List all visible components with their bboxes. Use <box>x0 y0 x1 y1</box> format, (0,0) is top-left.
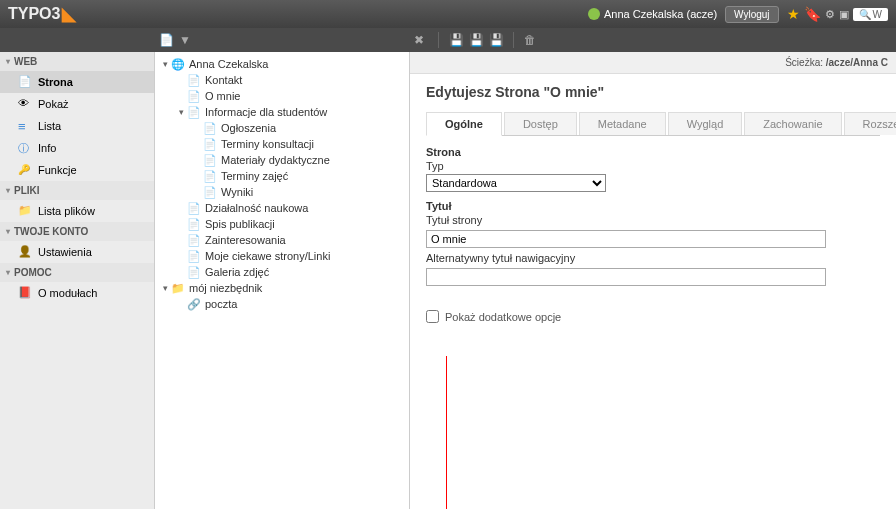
page-icon: 📄 <box>203 137 217 151</box>
shortcut-icon[interactable]: ▣ <box>839 8 849 21</box>
content-area: Ścieżka: /acze/Anna C Edytujesz Strona "… <box>410 52 896 509</box>
tab-dostęp[interactable]: Dostęp <box>504 112 577 135</box>
page-icon: 📄 <box>187 265 201 279</box>
filter-icon[interactable]: ▼ <box>179 33 193 47</box>
sidebar-item-label: Lista <box>38 120 61 132</box>
tree-toggle-icon[interactable]: ▾ <box>159 283 171 293</box>
eye-icon <box>18 97 32 111</box>
tree-node[interactable]: ▾🌐Anna Czekalska <box>159 56 405 72</box>
sidebar-item-label: Strona <box>38 76 73 88</box>
tab-bar: OgólneDostępMetadaneWyglądZachowanieRozs… <box>426 112 880 136</box>
tree-node[interactable]: 📄Działalność naukowa <box>159 200 405 216</box>
sidebar-item-lista-plików[interactable]: Lista plików <box>0 200 154 222</box>
list-icon <box>18 119 32 133</box>
tree-node[interactable]: 📄Terminy zajęć <box>159 168 405 184</box>
page-icon: 📄 <box>203 185 217 199</box>
page-icon: 📄 <box>187 233 201 247</box>
page-icon: 📄 <box>203 169 217 183</box>
tree-label: Zainteresowania <box>205 234 286 246</box>
sidebar-group-header[interactable]: PLIKI <box>0 181 154 200</box>
tree-node[interactable]: 📄Wyniki <box>159 184 405 200</box>
form: Strona Typ Standardowa Tytuł Tytuł stron… <box>426 146 880 323</box>
alt-title-label: Alternatywny tytuł nawigacyjny <box>426 252 880 264</box>
tree-node[interactable]: 📄Ogłoszenia <box>159 120 405 136</box>
show-more-label: Pokaż dodatkowe opcje <box>445 311 561 323</box>
alt-title-input[interactable] <box>426 268 826 286</box>
new-page-icon[interactable]: 📄 <box>159 33 173 47</box>
tree-node[interactable]: 🔗poczta <box>159 296 405 312</box>
tree-node[interactable]: 📄Galeria zdjęć <box>159 264 405 280</box>
title-input[interactable] <box>426 230 826 248</box>
tree-node[interactable]: 📄Moje ciekawe strony/Linki <box>159 248 405 264</box>
sidebar-item-label: Funkcje <box>38 164 77 176</box>
breadcrumb: Ścieżka: /acze/Anna C <box>410 52 896 74</box>
link-icon: 🔗 <box>187 297 201 311</box>
section-strona: Strona <box>426 146 880 158</box>
tree-node[interactable]: 📄Zainteresowania <box>159 232 405 248</box>
sidebar-item-pokaż[interactable]: Pokaż <box>0 93 154 115</box>
tree-label: Terminy konsultacji <box>221 138 314 150</box>
logo: TYPO3◣ <box>8 3 76 25</box>
tree-node[interactable]: 📄Spis publikacji <box>159 216 405 232</box>
sidebar-group-header[interactable]: WEB <box>0 52 154 71</box>
save-view-icon[interactable]: 💾 <box>469 33 483 47</box>
cache-icon[interactable]: ⚙ <box>825 8 835 21</box>
tree-node[interactable]: 📄Materiały dydaktyczne <box>159 152 405 168</box>
sidebar-group-header[interactable]: POMOC <box>0 263 154 282</box>
type-select[interactable]: Standardowa <box>426 174 606 192</box>
star-icon[interactable]: ★ <box>787 6 800 22</box>
tab-rozszerzony[interactable]: Rozszerzony <box>844 112 896 135</box>
page-icon: 📄 <box>187 105 201 119</box>
save-close-icon[interactable]: 💾 <box>489 33 503 47</box>
sidebar-item-o-modułach[interactable]: O modułach <box>0 282 154 304</box>
tree-label: Wyniki <box>221 186 253 198</box>
save-icon[interactable]: 💾 <box>449 33 463 47</box>
tree-label: Informacje dla studentów <box>205 106 327 118</box>
sidebar-item-funkcje[interactable]: Funkcje <box>0 159 154 181</box>
sidebar-item-lista[interactable]: Lista <box>0 115 154 137</box>
page-icon: 📄 <box>187 249 201 263</box>
type-label: Typ <box>426 160 880 172</box>
tab-wygląd[interactable]: Wygląd <box>668 112 743 135</box>
sidebar-item-label: Ustawienia <box>38 246 92 258</box>
show-more-checkbox[interactable] <box>426 310 439 323</box>
search-box[interactable]: 🔍 W <box>853 8 888 21</box>
page-title: Edytujesz Strona "O mnie" <box>426 84 880 100</box>
tab-metadane[interactable]: Metadane <box>579 112 666 135</box>
tree-label: Terminy zajęć <box>221 170 288 182</box>
close-icon[interactable]: ✖ <box>414 33 428 47</box>
tree-label: poczta <box>205 298 237 310</box>
info-icon <box>18 141 32 155</box>
sidebar-item-label: Info <box>38 142 56 154</box>
username: Anna Czekalska (acze) <box>604 8 717 20</box>
tree-label: Ogłoszenia <box>221 122 276 134</box>
tree-node[interactable]: 📄Terminy konsultacji <box>159 136 405 152</box>
sidebar-item-strona[interactable]: Strona <box>0 71 154 93</box>
page-icon: 📄 <box>203 153 217 167</box>
tab-ogólne[interactable]: Ogólne <box>426 112 502 136</box>
logout-button[interactable]: Wyloguj <box>725 6 778 23</box>
tree-node[interactable]: 📄O mnie <box>159 88 405 104</box>
tree-label: Działalność naukowa <box>205 202 308 214</box>
page-icon: 📄 <box>187 201 201 215</box>
tree-node[interactable]: ▾📄Informacje dla studentów <box>159 104 405 120</box>
funkcje-icon <box>18 163 32 177</box>
section-tytul: Tytuł <box>426 200 880 212</box>
tree-toggle-icon[interactable]: ▾ <box>175 107 187 117</box>
sidebar-item-label: O modułach <box>38 287 97 299</box>
delete-icon[interactable]: 🗑 <box>524 33 538 47</box>
logo-icon: ◣ <box>62 3 76 25</box>
sidebar-item-info[interactable]: Info <box>0 137 154 159</box>
sidebar-item-label: Pokaż <box>38 98 69 110</box>
tab-zachowanie[interactable]: Zachowanie <box>744 112 841 135</box>
sidebar-group-header[interactable]: TWOJE KONTO <box>0 222 154 241</box>
tree-label: mój niezbędnik <box>189 282 262 294</box>
sidebar-item-ustawienia[interactable]: Ustawienia <box>0 241 154 263</box>
tree-node[interactable]: 📄Kontakt <box>159 72 405 88</box>
tree-node[interactable]: ▾📁mój niezbędnik <box>159 280 405 296</box>
tree-label: Galeria zdjęć <box>205 266 269 278</box>
page-tree: ▾🌐Anna Czekalska📄Kontakt📄O mnie▾📄Informa… <box>155 52 410 509</box>
bookmark-icon[interactable]: 🔖 <box>804 6 821 22</box>
tree-toggle-icon[interactable]: ▾ <box>159 59 171 69</box>
tree-label: Materiały dydaktyczne <box>221 154 330 166</box>
